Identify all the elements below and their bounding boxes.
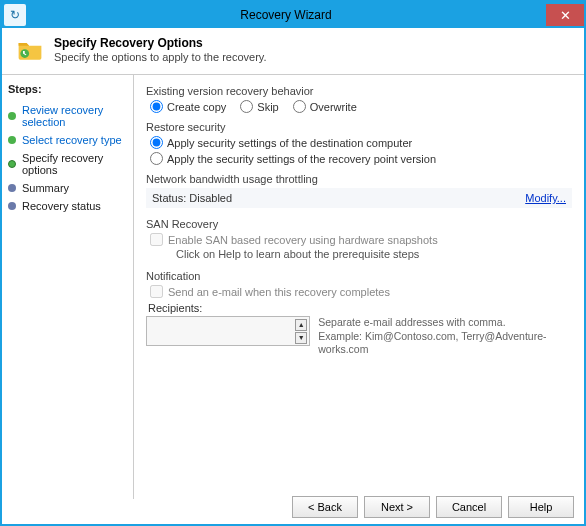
- radio-skip[interactable]: Skip: [240, 100, 278, 113]
- san-help-note: Click on Help to learn about the prerequ…: [176, 248, 572, 260]
- pending-step-icon: [8, 184, 16, 192]
- radio-create-copy[interactable]: Create copy: [150, 100, 226, 113]
- chevron-up-icon[interactable]: ▲: [295, 319, 307, 331]
- app-icon: ↻: [4, 4, 26, 26]
- folder-recovery-icon: [16, 36, 44, 64]
- checkbox-send-email: Send an e-mail when this recovery comple…: [150, 285, 572, 298]
- cancel-button[interactable]: Cancel: [436, 496, 502, 518]
- throttling-status-box: Status: Disabled Modify...: [146, 188, 572, 208]
- wizard-header: Specify Recovery Options Specify the opt…: [2, 28, 584, 75]
- steps-sidebar: Steps: Review recovery selection Select …: [2, 75, 134, 499]
- check-icon: [8, 112, 16, 120]
- recovery-wizard-window: ↻ Recovery Wizard ✕ Specify Recovery Opt…: [0, 0, 586, 526]
- step-recovery-status[interactable]: Recovery status: [8, 197, 127, 215]
- notification-label: Notification: [146, 270, 572, 282]
- wizard-buttons: < Back Next > Cancel Help: [292, 496, 574, 518]
- throttling-label: Network bandwidth usage throttling: [146, 173, 572, 185]
- close-button[interactable]: ✕: [546, 4, 584, 26]
- version-behavior-label: Existing version recovery behavior: [146, 85, 572, 97]
- options-panel: Existing version recovery behavior Creat…: [134, 75, 584, 499]
- step-review-recovery-selection[interactable]: Review recovery selection: [8, 101, 127, 131]
- throttling-status: Status: Disabled: [152, 192, 232, 204]
- page-subtitle: Specify the options to apply to the reco…: [54, 51, 267, 63]
- page-title: Specify Recovery Options: [54, 36, 267, 50]
- titlebar: ↻ Recovery Wizard ✕: [2, 2, 584, 28]
- pending-step-icon: [8, 202, 16, 210]
- radio-overwrite[interactable]: Overwrite: [293, 100, 357, 113]
- radio-security-recovery-point[interactable]: Apply the security settings of the recov…: [150, 152, 572, 165]
- modify-throttling-link[interactable]: Modify...: [525, 192, 566, 204]
- radio-security-destination[interactable]: Apply security settings of the destinati…: [150, 136, 572, 149]
- step-specify-recovery-options[interactable]: Specify recovery options: [8, 149, 127, 179]
- steps-heading: Steps:: [8, 83, 127, 95]
- checkbox-san-recovery: Enable SAN based recovery using hardware…: [150, 233, 572, 246]
- recipients-input: ▲ ▼: [146, 316, 310, 346]
- current-step-icon: [8, 160, 16, 168]
- restore-security-label: Restore security: [146, 121, 572, 133]
- back-button[interactable]: < Back: [292, 496, 358, 518]
- window-title: Recovery Wizard: [26, 8, 546, 22]
- check-icon: [8, 136, 16, 144]
- next-button[interactable]: Next >: [364, 496, 430, 518]
- step-summary[interactable]: Summary: [8, 179, 127, 197]
- chevron-down-icon[interactable]: ▼: [295, 332, 307, 344]
- recipients-hint: Separate e-mail addresses with comma. Ex…: [318, 316, 572, 357]
- step-select-recovery-type[interactable]: Select recovery type: [8, 131, 127, 149]
- help-button[interactable]: Help: [508, 496, 574, 518]
- recipients-label: Recipients:: [148, 302, 572, 314]
- san-recovery-label: SAN Recovery: [146, 218, 572, 230]
